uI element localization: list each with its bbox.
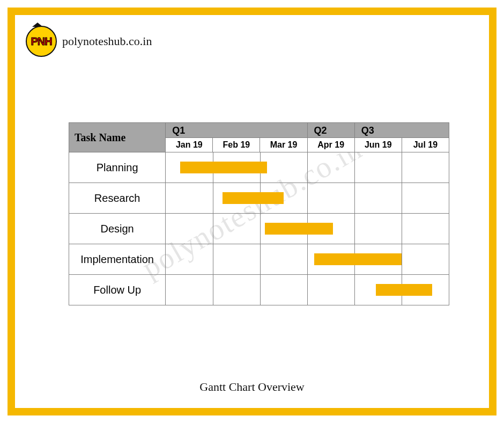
table-row: Follow Up — [69, 275, 449, 305]
header-quarter: Q2 — [307, 123, 354, 138]
gantt-bar — [314, 253, 402, 265]
site-title: polynoteshub.co.in — [62, 34, 152, 48]
grid-line — [213, 244, 213, 274]
gantt-bar — [376, 284, 433, 296]
grid-line — [354, 152, 355, 183]
header-month: Feb 19 — [213, 138, 260, 152]
task-name: Planning — [69, 152, 166, 183]
grid-line — [260, 275, 261, 305]
header-quarter: Q3 — [354, 123, 449, 138]
gantt-bar — [265, 223, 333, 235]
table-row: Implementation — [69, 244, 449, 275]
grid-line — [213, 183, 213, 213]
grid-line — [213, 275, 213, 305]
header-task-name: Task Name — [69, 123, 166, 152]
grid-line — [402, 214, 402, 244]
gantt-timeline-cell — [166, 152, 449, 183]
header-month: Jun 19 — [354, 138, 402, 152]
task-name: Research — [69, 183, 166, 214]
table-row: Research — [69, 183, 449, 214]
gantt-timeline-cell — [166, 244, 449, 275]
graduation-cap-icon — [32, 23, 43, 27]
header-month: Apr 19 — [307, 138, 354, 152]
logo-area: PNH polynoteshub.co.in — [26, 26, 152, 57]
grid-line — [307, 183, 308, 213]
grid-line — [354, 214, 355, 244]
task-name: Implementation — [69, 244, 166, 275]
grid-line — [354, 183, 355, 213]
gantt-timeline — [166, 244, 449, 274]
header-quarter: Q1 — [166, 123, 307, 138]
frame: PNH polynoteshub.co.in polynoteshub.co.i… — [8, 8, 496, 415]
gantt-timeline-cell — [166, 214, 449, 244]
header-month: Jul 19 — [402, 138, 449, 152]
gantt-timeline — [166, 214, 449, 244]
gantt-bar — [180, 162, 268, 173]
grid-line — [260, 214, 261, 244]
grid-line — [402, 244, 402, 274]
grid-line — [213, 214, 213, 244]
gantt-timeline-cell — [166, 183, 449, 214]
gantt-bar — [223, 192, 284, 204]
gantt-chart: Task Name Q1 Q2 Q3 Jan 19 Feb 19 Mar 19 … — [69, 122, 449, 305]
logo-icon: PNH — [26, 26, 57, 57]
header-month: Jan 19 — [166, 138, 213, 152]
grid-line — [354, 275, 355, 305]
gantt-timeline — [166, 152, 449, 183]
gantt-header: Task Name Q1 Q2 Q3 Jan 19 Feb 19 Mar 19 … — [69, 123, 449, 152]
grid-line — [402, 152, 402, 183]
grid-line — [260, 244, 261, 274]
table-row: Design — [69, 214, 449, 244]
gantt-table: Task Name Q1 Q2 Q3 Jan 19 Feb 19 Mar 19 … — [69, 122, 449, 305]
chart-caption: Gantt Chart Overview — [15, 380, 489, 394]
task-name: Design — [69, 214, 166, 244]
task-name: Follow Up — [69, 275, 166, 305]
grid-line — [307, 244, 308, 274]
table-row: Planning — [69, 152, 449, 183]
grid-line — [307, 275, 308, 305]
gantt-timeline-cell — [166, 275, 449, 305]
gantt-body: PlanningResearchDesignImplementationFoll… — [69, 152, 449, 305]
grid-line — [402, 183, 402, 213]
logo-abbrev: PNH — [31, 35, 51, 48]
grid-line — [307, 152, 308, 183]
header-month: Mar 19 — [260, 138, 307, 152]
gantt-timeline — [166, 183, 449, 213]
gantt-timeline — [166, 275, 449, 305]
